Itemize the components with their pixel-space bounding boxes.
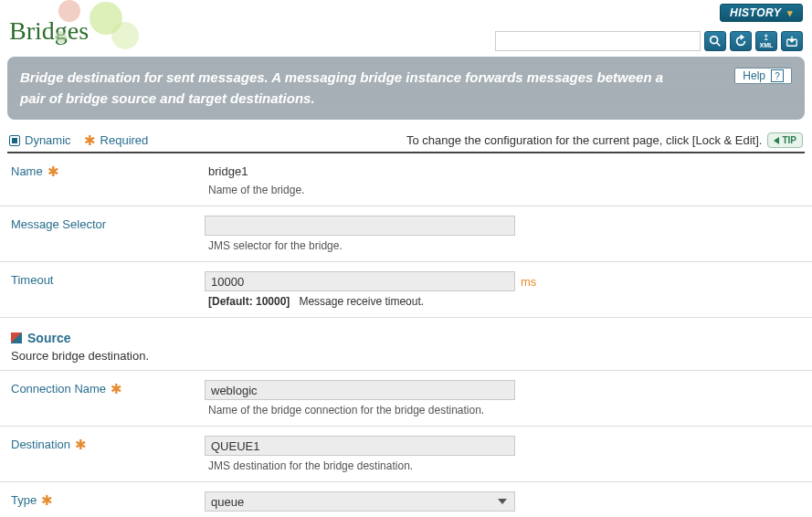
xml-export-button[interactable]: ↥XML [755, 31, 777, 51]
dynamic-marker-icon [9, 135, 20, 146]
search-button[interactable] [704, 31, 726, 51]
svg-line-1 [717, 43, 721, 47]
desc-timeout: Message receive timeout. [299, 295, 424, 308]
tip-text: To change the configuration for the curr… [406, 133, 763, 147]
description-banner: Bridge destination for sent messages. A … [7, 57, 805, 120]
value-name: bridge1 [205, 163, 805, 180]
label-name: Name [11, 164, 43, 178]
import-button[interactable] [781, 31, 803, 51]
input-destination[interactable] [205, 436, 515, 456]
desc-destination: JMS destination for the bridge destinati… [205, 459, 805, 472]
help-label: Help [743, 69, 765, 82]
label-destination: Destination [11, 438, 70, 451]
legend-dynamic: Dynamic [9, 133, 71, 147]
required-marker-icon: ✱ [111, 382, 122, 396]
chevron-down-icon: ▾ [787, 7, 794, 19]
refresh-button[interactable] [730, 31, 752, 51]
row-destination: Destination ✱ JMS destination for the br… [0, 427, 812, 482]
history-label: HISTORY [730, 6, 781, 19]
tip-badge: TIP [767, 132, 803, 148]
search-input[interactable] [495, 31, 701, 51]
label-connection-name: Connection Name [11, 382, 106, 396]
row-type: Type ✱ queue JMS destination type of the… [0, 482, 812, 517]
import-icon [786, 35, 798, 47]
section-title-source: Source [27, 331, 70, 345]
banner-text: Bridge destination for sent messages. A … [20, 68, 678, 109]
row-message-selector: Message Selector JMS selector for the br… [0, 206, 812, 262]
required-marker-icon: ✱ [47, 164, 59, 178]
search-icon [709, 35, 722, 47]
desc-name: Name of the bridge. [205, 184, 805, 196]
row-connection-name: Connection Name ✱ Name of the bridge con… [0, 371, 812, 427]
help-icon: ? [771, 69, 784, 82]
label-type: Type [11, 493, 37, 507]
input-connection-name[interactable] [205, 380, 515, 400]
input-message-selector[interactable] [205, 216, 515, 236]
required-marker-icon: ✱ [41, 493, 53, 507]
select-type[interactable]: queue [205, 491, 515, 512]
section-source: Source Source bridge destination. [0, 318, 812, 371]
input-timeout[interactable] [205, 271, 515, 291]
desc-connection-name: Name of the bridge connection for the br… [205, 404, 805, 417]
default-timeout: [Default: 10000] [208, 295, 290, 308]
desc-message-selector: JMS selector for the bridge. [205, 239, 805, 252]
label-timeout: Timeout [11, 273, 53, 287]
section-desc-source: Source bridge destination. [11, 349, 805, 363]
row-name: Name ✱ bridge1 Name of the bridge. [0, 153, 812, 206]
export-icon [760, 35, 773, 47]
history-button[interactable]: HISTORY ▾ [720, 4, 803, 22]
label-message-selector: Message Selector [11, 217, 106, 231]
required-marker-icon: ✱ [84, 133, 96, 147]
svg-point-0 [711, 37, 718, 44]
legend-required: ✱ Required [84, 133, 149, 147]
section-icon [11, 332, 22, 343]
unit-timeout: ms [515, 275, 536, 289]
refresh-icon [734, 35, 747, 47]
required-marker-icon: ✱ [75, 438, 87, 451]
row-timeout: Timeout ms [Default: 10000] Message rece… [0, 262, 812, 318]
help-button[interactable]: Help ? [734, 68, 792, 84]
